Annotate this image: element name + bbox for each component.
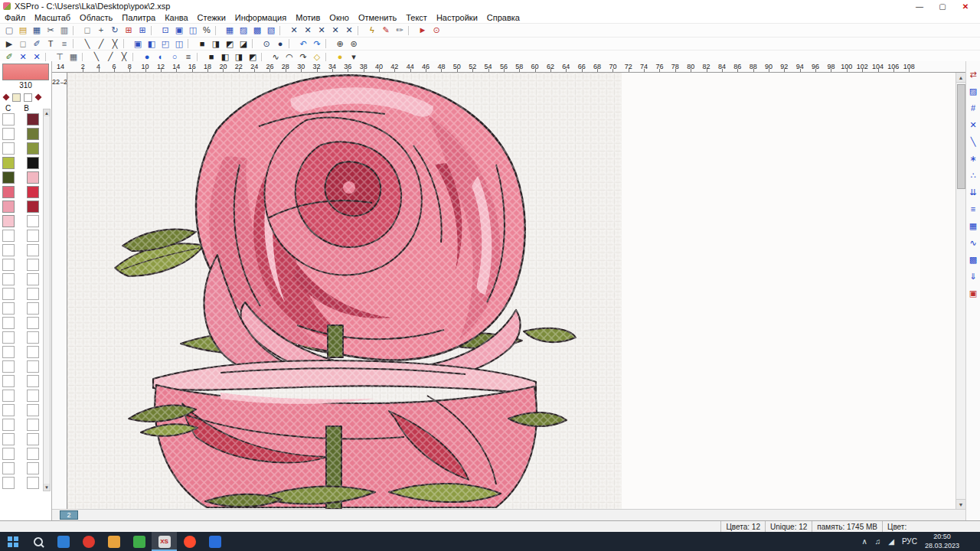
- palette-swatch-c[interactable]: [2, 433, 15, 445]
- clone-icon[interactable]: ◫: [186, 24, 200, 36]
- double-down-icon[interactable]: ⇊: [968, 187, 979, 197]
- palette-swatch-c[interactable]: [2, 215, 15, 227]
- palette-swatch-c[interactable]: [2, 171, 15, 184]
- move-icon[interactable]: +: [94, 24, 108, 36]
- color-block-icon[interactable]: ▣: [968, 288, 979, 298]
- menu-item[interactable]: Окно: [325, 13, 354, 22]
- cut-icon[interactable]: ✂: [44, 24, 57, 36]
- paste-icon[interactable]: ▣: [172, 24, 186, 36]
- palette-swatch-b[interactable]: [27, 142, 39, 155]
- rotate-icon[interactable]: ↻: [108, 24, 122, 36]
- diagonal-icon[interactable]: ╲: [968, 136, 979, 147]
- zoom-tool-icon[interactable]: ⊕: [333, 38, 347, 50]
- vertical-scroll-thumb[interactable]: [957, 84, 965, 189]
- palette-scroll-up-icon[interactable]: ▲: [44, 109, 50, 116]
- palette-swatch-c[interactable]: [2, 317, 15, 329]
- taskbar-app-folder[interactable]: [101, 532, 126, 551]
- palette-swatch-c[interactable]: [2, 477, 15, 489]
- close-button[interactable]: ✕: [954, 2, 977, 11]
- palette-swatch-c[interactable]: [2, 346, 15, 358]
- palette-swatch-c[interactable]: [2, 186, 15, 198]
- backstitch-2-icon[interactable]: ◨: [209, 38, 223, 50]
- menu-item[interactable]: Канва: [160, 13, 192, 22]
- rows-icon[interactable]: ≡: [57, 38, 71, 50]
- minimize-button[interactable]: —: [908, 2, 931, 11]
- pointer-icon[interactable]: ▶: [2, 38, 16, 50]
- palette-swatch-c[interactable]: [2, 448, 15, 460]
- scroll-down-icon[interactable]: ▼: [956, 499, 965, 509]
- palette-swatch-b[interactable]: [27, 477, 39, 489]
- lightning-icon[interactable]: ϟ: [365, 24, 379, 36]
- view-half-icon[interactable]: ▨: [237, 24, 250, 36]
- edit-page-icon[interactable]: ✏: [393, 24, 407, 36]
- palette-swatch-b[interactable]: [27, 375, 39, 387]
- grid-blue-icon[interactable]: ⊞: [136, 24, 149, 36]
- palette-swatch-b[interactable]: [27, 201, 39, 213]
- menu-item[interactable]: Информация: [230, 13, 291, 22]
- palette-swatch-b[interactable]: [27, 128, 39, 140]
- select-area-icon[interactable]: ◻: [80, 24, 94, 36]
- dots-icon[interactable]: ∴: [968, 170, 979, 181]
- wave-icon[interactable]: ∿: [968, 237, 979, 248]
- palette-swatch-b[interactable]: [27, 259, 39, 271]
- palette-swatch-c[interactable]: [2, 331, 15, 344]
- bead-icon[interactable]: ●: [273, 38, 287, 50]
- pattern-canvas[interactable]: [67, 73, 956, 509]
- palette-mini-swatch[interactable]: [34, 93, 41, 100]
- palette-swatch-c[interactable]: [2, 375, 15, 387]
- stitch-mode-4-icon[interactable]: ✕: [328, 24, 342, 36]
- menu-item[interactable]: Текст: [401, 13, 432, 22]
- menu-item[interactable]: Отменить: [354, 13, 401, 22]
- hatch-icon[interactable]: ▨: [968, 86, 979, 96]
- print-icon[interactable]: ▥: [57, 24, 71, 36]
- stitch-mode-5-icon[interactable]: ✕: [342, 24, 356, 36]
- menu-item[interactable]: Справка: [482, 13, 524, 22]
- asterisk-icon[interactable]: ∗: [968, 153, 979, 164]
- palette-swatch-c[interactable]: [2, 142, 15, 155]
- palette-swatch-c[interactable]: [2, 273, 15, 285]
- palette-swatch-b[interactable]: [27, 448, 39, 460]
- french-knot-icon[interactable]: ⊙: [260, 38, 273, 50]
- menu-item[interactable]: Палитра: [117, 13, 160, 22]
- view-symbols-icon[interactable]: ▩: [250, 24, 264, 36]
- palette-swatch-c[interactable]: [2, 390, 15, 402]
- palette-swatch-c[interactable]: [2, 302, 15, 315]
- palette-swatch-c[interactable]: [2, 288, 15, 300]
- palette-swatch-b[interactable]: [27, 419, 39, 431]
- taskbar-clock[interactable]: 20:50 28.03.2023: [925, 533, 959, 550]
- palette-mini-swatch[interactable]: [24, 93, 32, 102]
- palette-swatch-c[interactable]: [2, 230, 15, 242]
- taskbar-app-blue-2[interactable]: [202, 532, 227, 551]
- maximize-button[interactable]: ▢: [931, 2, 954, 11]
- full-stitch-icon[interactable]: ▣: [131, 38, 145, 50]
- view-stitches-icon[interactable]: ▦: [223, 24, 237, 36]
- palette-swatch-c[interactable]: [2, 360, 15, 373]
- sound-icon[interactable]: ♫: [875, 538, 881, 546]
- palette-swatch-b[interactable]: [27, 317, 39, 329]
- cross-icon[interactable]: ✕: [968, 119, 979, 130]
- palette-swatch-b[interactable]: [27, 346, 39, 358]
- taskbar-app-red-circle[interactable]: [76, 532, 101, 551]
- marker-icon[interactable]: ►: [416, 24, 430, 36]
- palette-scroll-down-icon[interactable]: ▼: [44, 484, 50, 491]
- palette-swatch-b[interactable]: [27, 433, 39, 445]
- palette-swatch-b[interactable]: [27, 215, 39, 227]
- edit-red-icon[interactable]: ✎: [379, 24, 393, 36]
- pencil-icon[interactable]: ✐: [30, 38, 44, 50]
- palette-swatch-b[interactable]: [27, 462, 39, 474]
- dense-grid-icon[interactable]: ▩: [968, 254, 979, 265]
- taskbar-app-orange-circle[interactable]: [177, 532, 202, 551]
- taskbar-app-green[interactable]: [126, 532, 152, 551]
- palette-swatch-b[interactable]: [27, 302, 39, 315]
- selected-color-swatch[interactable]: [2, 64, 49, 80]
- palette-swatch-c[interactable]: [2, 462, 15, 474]
- network-icon[interactable]: ◢: [888, 538, 894, 546]
- palette-swatch-c[interactable]: [2, 259, 15, 271]
- palette-swatch-b[interactable]: [27, 244, 39, 256]
- palette-swatch-c[interactable]: [2, 157, 15, 169]
- cross-line-icon[interactable]: ╳: [108, 38, 122, 50]
- lines-icon[interactable]: ≡: [968, 204, 979, 214]
- copy-icon[interactable]: ⊡: [158, 24, 172, 36]
- target-icon[interactable]: ⊙: [430, 24, 443, 36]
- palette-swatch-c[interactable]: [2, 244, 15, 256]
